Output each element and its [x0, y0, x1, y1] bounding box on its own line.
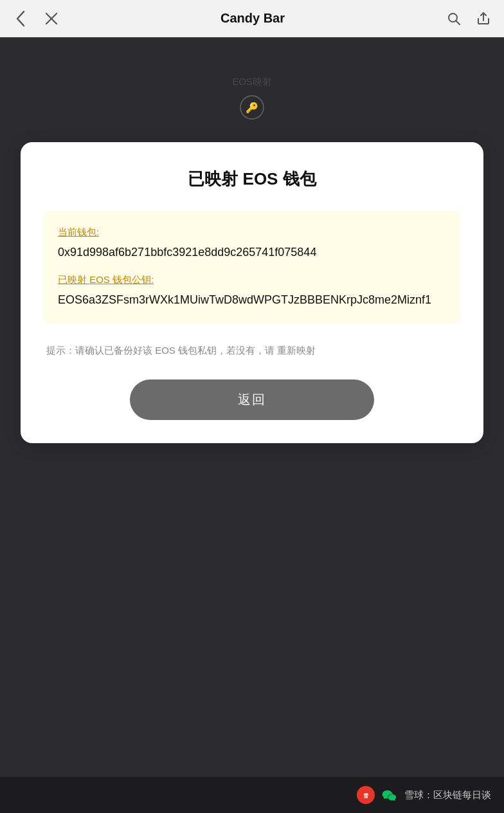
main-card: 已映射 EOS 钱包 当前钱包: 0x91d998af6b271bbfc3921…	[21, 142, 483, 443]
wallet-value: 0x91d998af6b271bbfc3921e8dd9c265741f0758…	[58, 244, 446, 261]
bg-blur-text-1: EOS映射	[232, 76, 272, 88]
nav-bar: Candy Bar	[0, 0, 504, 37]
bg-icon-area: 🔑	[239, 95, 265, 123]
xueqiu-logo: 雪	[357, 786, 375, 804]
page-title: Candy Bar	[60, 11, 445, 26]
search-icon[interactable]	[445, 10, 463, 28]
nav-right-group	[445, 10, 492, 28]
back-button[interactable]	[12, 10, 30, 28]
share-icon[interactable]	[474, 10, 492, 28]
close-button[interactable]	[42, 10, 60, 28]
dark-background: EOS映射 🔑 已映射 EOS 钱包 当前钱包: 0x91d998af6b271…	[0, 37, 504, 777]
svg-text:🔑: 🔑	[246, 102, 258, 114]
eos-value: EOS6a3ZSFsm3rWXk1MUiwTwD8wdWPGTJzBBBENKr…	[58, 291, 446, 309]
card-title: 已映射 EOS 钱包	[44, 168, 460, 190]
footer-bar: 雪 雪球：区块链每日谈	[0, 777, 504, 813]
nav-left-group	[12, 10, 60, 28]
svg-text:雪: 雪	[363, 793, 368, 799]
hint-text: 提示：请确认已备份好该 EOS 钱包私钥，若没有，请 重新映射	[44, 342, 460, 359]
info-box: 当前钱包: 0x91d998af6b271bbfc3921e8dd9c26574…	[44, 211, 460, 324]
wechat-icon	[381, 787, 398, 803]
svg-line-3	[456, 21, 460, 24]
wallet-label: 当前钱包:	[58, 226, 446, 239]
eos-label: 已映射 EOS 钱包公钥:	[58, 274, 446, 286]
return-button[interactable]: 返回	[130, 379, 374, 420]
footer-text: 雪球：区块链每日谈	[404, 789, 491, 801]
